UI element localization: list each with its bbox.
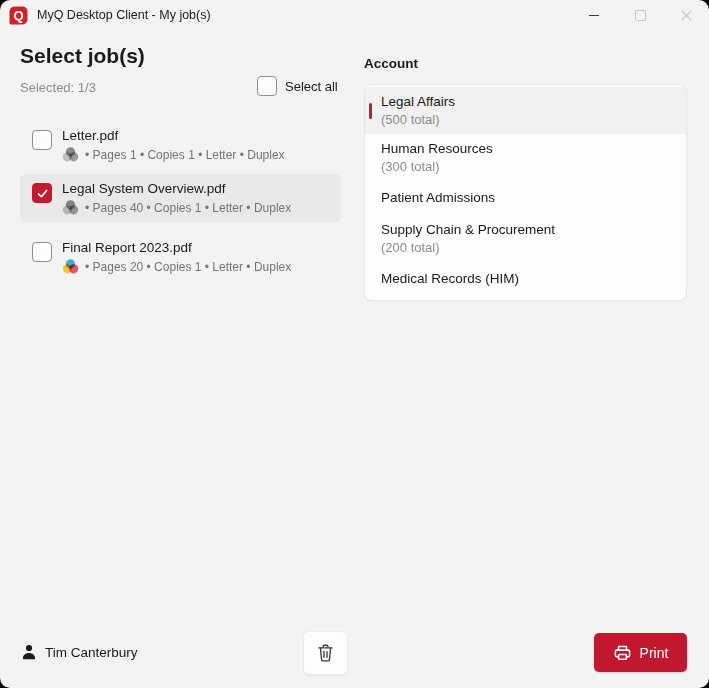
app-window: Q MyQ Desktop Client - My job(s) Select … xyxy=(0,0,709,688)
select-all-control[interactable]: Select all xyxy=(257,76,338,96)
maximize-icon[interactable] xyxy=(617,0,663,30)
print-button-label: Print xyxy=(640,645,669,661)
job-title: Letter.pdf xyxy=(62,126,285,145)
grayscale-print-icon xyxy=(62,147,79,162)
job-row[interactable]: Legal System Overview.pdf • Pages 40 • C… xyxy=(20,174,341,222)
account-item-patient-admissions[interactable]: Patient Admissions xyxy=(365,181,686,215)
job-meta: • Pages 40 • Copies 1 • Letter • Duplex xyxy=(85,201,291,215)
selected-indicator xyxy=(369,103,372,119)
selected-count: Selected: 1/3 xyxy=(20,80,96,95)
user-name: Tim Canterbury xyxy=(45,645,138,660)
grayscale-print-icon xyxy=(62,200,79,215)
account-name: Supply Chain & Procurement xyxy=(381,221,670,239)
account-detail: (200 total) xyxy=(381,239,670,256)
account-name: Patient Admissions xyxy=(381,189,670,207)
job-title: Final Report 2023.pdf xyxy=(62,238,291,257)
color-print-icon xyxy=(62,259,79,274)
account-list: Legal Affairs (500 total) Human Resource… xyxy=(364,84,687,301)
caption-buttons xyxy=(571,0,709,30)
job-checkbox[interactable] xyxy=(32,183,52,203)
trash-icon xyxy=(315,643,336,664)
user-icon xyxy=(20,643,38,661)
account-section-label: Account xyxy=(364,56,418,71)
job-row[interactable]: Final Report 2023.pdf • Pages 20 • Copie… xyxy=(20,233,341,281)
account-detail: (300 total) xyxy=(381,158,670,175)
minimize-icon[interactable] xyxy=(571,0,617,30)
account-item-supply-chain[interactable]: Supply Chain & Procurement (200 total) xyxy=(365,215,686,262)
page-title: Select job(s) xyxy=(20,44,145,68)
print-button[interactable]: Print xyxy=(594,633,687,672)
select-all-label: Select all xyxy=(285,79,338,94)
svg-text:Q: Q xyxy=(13,8,23,23)
account-item-human-resources[interactable]: Human Resources (300 total) xyxy=(365,134,686,181)
job-title: Legal System Overview.pdf xyxy=(62,179,291,198)
account-item-medical-records[interactable]: Medical Records (HIM) xyxy=(365,262,686,296)
titlebar: Q MyQ Desktop Client - My job(s) xyxy=(0,0,709,30)
close-icon[interactable] xyxy=(663,0,709,30)
job-row[interactable]: Letter.pdf • Pages 1 • Copies 1 • Letter… xyxy=(20,121,341,169)
window-title: MyQ Desktop Client - My job(s) xyxy=(37,8,211,22)
select-all-checkbox[interactable] xyxy=(257,76,277,96)
job-meta: • Pages 20 • Copies 1 • Letter • Duplex xyxy=(85,260,291,274)
job-checkbox[interactable] xyxy=(32,242,52,262)
delete-job-button[interactable] xyxy=(303,631,348,675)
myq-logo-icon: Q xyxy=(9,6,28,25)
job-meta: • Pages 1 • Copies 1 • Letter • Duplex xyxy=(85,148,285,162)
account-detail: (500 total) xyxy=(381,111,670,128)
account-name: Human Resources xyxy=(381,140,670,158)
account-item-legal-affairs[interactable]: Legal Affairs (500 total) xyxy=(365,87,686,134)
account-name: Legal Affairs xyxy=(381,93,670,111)
current-user: Tim Canterbury xyxy=(20,643,138,661)
job-checkbox[interactable] xyxy=(32,130,52,150)
printer-icon xyxy=(613,643,632,662)
account-name: Medical Records (HIM) xyxy=(381,270,670,288)
